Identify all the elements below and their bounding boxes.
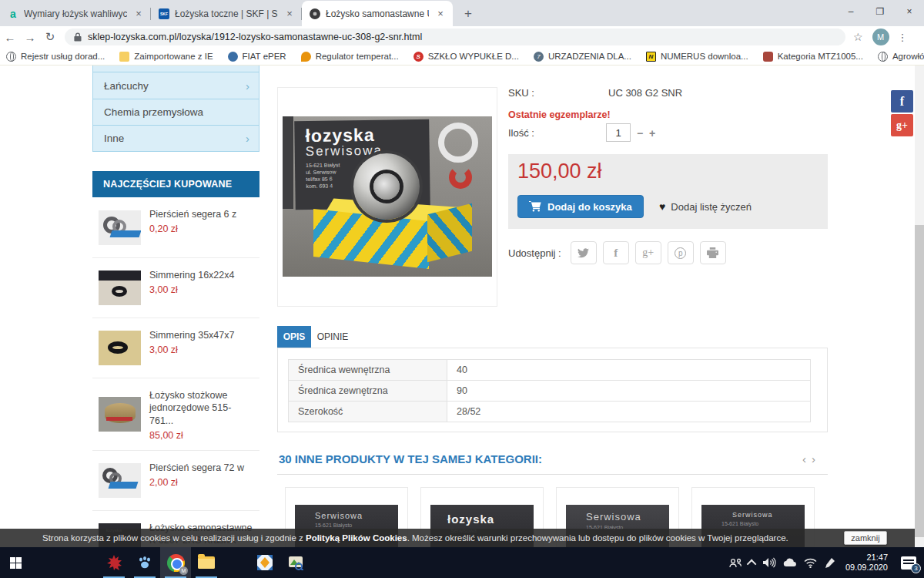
stock-warning: Ostatnie egzemplarze! xyxy=(508,109,611,120)
tray-expand-icon[interactable] xyxy=(747,559,757,569)
bookmark-item[interactable]: Agrowłóknina do p... xyxy=(878,52,924,62)
tab-1[interactable]: a Wymiary łożysk wahliwych - jak c × xyxy=(0,1,151,26)
product-price: 2,00 zł xyxy=(149,477,244,488)
pen-icon[interactable] xyxy=(824,557,835,569)
bookmark-item[interactable]: NNUMERUS downloa... xyxy=(646,52,748,62)
cookie-text: Strona korzysta z plików cookies w celu … xyxy=(42,533,788,543)
list-item[interactable]: Pierścień segera 72 w 2,00 zł xyxy=(92,450,259,510)
speaker-icon[interactable] xyxy=(763,557,776,568)
cart-icon xyxy=(529,201,541,212)
new-tab-button[interactable]: + xyxy=(457,3,479,25)
category-label: Chemia przemysłowa xyxy=(104,106,203,118)
taskbar-clock[interactable]: 21:47 09.09.2020 xyxy=(845,553,888,573)
profile-avatar[interactable]: M xyxy=(872,29,889,45)
tab-opis[interactable]: OPIS xyxy=(277,326,311,348)
sidebar-item-lancuchy[interactable]: Łańcuchy › xyxy=(93,72,259,99)
bookmark-item[interactable]: Regulator temperat... xyxy=(301,52,399,62)
bookmark-item[interactable]: Kategoria MTZ1005... xyxy=(763,52,863,62)
divider xyxy=(277,474,828,475)
facebook-side-button[interactable]: f xyxy=(891,90,913,113)
photo-text: łozyska xyxy=(447,512,534,526)
url-field[interactable]: sklep-lozyska.com.pl/lozyska/1912-lozysk… xyxy=(65,29,845,45)
carousel-prev-icon[interactable]: ‹ xyxy=(802,452,812,465)
taskbar-chrome-button[interactable]: M xyxy=(160,547,191,578)
bookmark-item[interactable]: Rejestr usług dorad... xyxy=(6,52,105,62)
googleplus-side-button[interactable]: g+ xyxy=(891,114,913,136)
close-button[interactable]: × xyxy=(895,0,924,23)
taskbar-app-paw[interactable] xyxy=(129,547,160,578)
share-label: Udostępnij : xyxy=(508,247,561,259)
share-facebook-button[interactable]: f xyxy=(603,241,629,264)
forward-button[interactable]: → xyxy=(20,31,40,44)
share-print-button[interactable] xyxy=(700,241,726,264)
print-icon xyxy=(707,247,718,258)
photo-text: Serwisowa xyxy=(315,511,398,520)
cookie-policy-link[interactable]: Polityką Plików Cookies xyxy=(306,533,407,543)
window-controls: – ❐ × xyxy=(836,0,924,23)
photo-subtext: 15-621 Białysto xyxy=(721,521,805,526)
quantity-input[interactable] xyxy=(606,123,631,142)
quantity-increase-icon[interactable]: + xyxy=(649,127,655,139)
sidebar-item-inne[interactable]: Inne › xyxy=(93,125,259,151)
tab-3-active[interactable]: Łożysko samonastawne UC 308 G × xyxy=(302,1,453,26)
table-row: Średnica wewnętrzna 40 xyxy=(289,360,811,381)
taskbar-app-red[interactable] xyxy=(99,547,129,578)
table-row: Szerokość 28/52 xyxy=(289,402,811,422)
people-icon[interactable] xyxy=(729,558,742,568)
quantity-decrease-icon[interactable]: − xyxy=(637,127,643,139)
wifi-icon[interactable] xyxy=(804,558,817,568)
diamond-viewer-icon xyxy=(257,555,273,570)
bookmark-item[interactable]: 7URZADZENIA DLA... xyxy=(534,52,631,62)
sidebar-item-chemia[interactable]: Chemia przemysłowa xyxy=(93,99,259,125)
reload-button[interactable]: ↻ xyxy=(40,30,60,44)
bearing-favicon xyxy=(310,8,320,19)
bookmark-item[interactable]: FIAT ePER xyxy=(228,52,286,62)
price-box: 150,00 zł Dodaj do koszyka ♥ Dodaj listę… xyxy=(508,154,828,229)
taskbar-app-photos[interactable] xyxy=(280,547,311,578)
tab-close-icon[interactable]: × xyxy=(434,8,447,20)
bookmark-label: FIAT ePER xyxy=(243,52,286,61)
back-button[interactable]: ← xyxy=(0,31,20,44)
cookie-close-button[interactable]: zamknij xyxy=(844,531,887,545)
folder-icon xyxy=(198,556,215,569)
sku-value: UC 308 G2 SNR xyxy=(608,87,682,99)
share-googleplus-button[interactable]: g+ xyxy=(635,241,661,264)
chevron-right-icon: › xyxy=(246,79,249,92)
product-name: Simmering 35x47x7 xyxy=(149,329,234,341)
bookmark-item[interactable]: SSZKŁO WYPUKŁE D... xyxy=(413,52,519,62)
maximize-button[interactable]: ❐ xyxy=(865,0,895,23)
googleplus-icon: g+ xyxy=(642,247,654,259)
tab-opinie[interactable]: OPINIE xyxy=(311,326,354,348)
taskbar-app-viewer[interactable] xyxy=(249,547,280,578)
list-item[interactable]: Simmering 16x22x4 3,00 zł xyxy=(92,257,259,318)
carousel-next-icon[interactable]: › xyxy=(812,452,821,465)
tab-2[interactable]: SKF Łożyska toczne | SKF | SKF × xyxy=(151,1,302,26)
snr-box-art xyxy=(427,203,472,262)
browser-menu-icon[interactable]: ⋮ xyxy=(898,32,908,43)
bookmark-star-icon[interactable]: ☆ xyxy=(853,31,863,43)
file-explorer-button[interactable] xyxy=(191,547,222,578)
minimize-button[interactable]: – xyxy=(836,0,865,23)
product-image-box[interactable]: łozyska Serwisowa 15-621 Białyst ul. Ser… xyxy=(277,87,497,307)
photo-subtext: 15-621 Białysto xyxy=(315,523,398,528)
tab-close-icon[interactable]: × xyxy=(283,8,296,20)
add-to-cart-button[interactable]: Dodaj do koszyka xyxy=(517,195,644,218)
category-row-partial[interactable] xyxy=(92,66,259,72)
share-twitter-button[interactable] xyxy=(571,241,597,264)
product-price: 0,20 zł xyxy=(149,223,236,234)
onedrive-cloud-icon[interactable] xyxy=(783,558,797,567)
bookmark-item[interactable]: Zaimportowane z IE xyxy=(119,52,213,62)
list-item[interactable]: Pierścień segera 6 z 0,20 zł xyxy=(92,197,259,257)
share-pinterest-button[interactable]: p xyxy=(668,241,694,264)
product-name: Pierścień segera 72 w xyxy=(149,462,244,474)
seven-icon: 7 xyxy=(534,52,544,62)
ceneo-icon: a xyxy=(8,8,18,19)
scrollbar-thumb[interactable] xyxy=(915,225,924,537)
action-center-icon[interactable]: 3 xyxy=(901,556,916,570)
category-label: Inne xyxy=(104,133,124,144)
list-item[interactable]: Łożysko stożkowe jednorzędowe 515-761...… xyxy=(92,378,259,450)
list-item[interactable]: Simmering 35x47x7 3,00 zł xyxy=(92,318,259,378)
add-to-wishlist[interactable]: ♥ Dodaj listę życzeń xyxy=(659,200,752,213)
tab-close-icon[interactable]: × xyxy=(132,8,145,20)
start-button[interactable] xyxy=(0,547,31,578)
